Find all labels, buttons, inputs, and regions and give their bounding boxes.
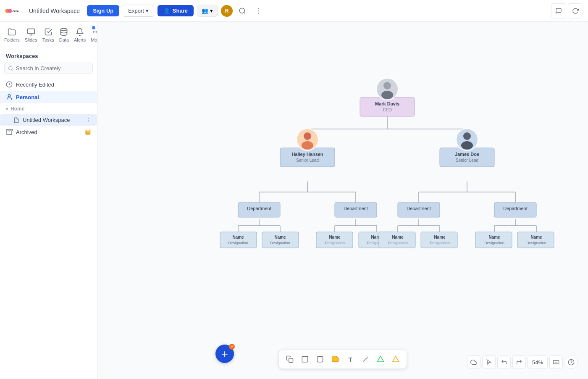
logo: creately (5, 7, 18, 15)
chevron-down-icon: ▾ (146, 8, 149, 14)
help-button[interactable] (564, 355, 578, 369)
svg-marker-106 (378, 356, 384, 362)
export-button[interactable]: Export ▾ (123, 5, 154, 17)
workspace-title[interactable]: Untitled Workspace (25, 5, 84, 16)
svg-rect-78 (220, 232, 257, 248)
plus-icon: + (221, 348, 228, 359)
section-home[interactable]: ▾ Home (0, 103, 97, 114)
add-button-wrapper: + ✦ (108, 353, 126, 371)
svg-rect-81 (262, 232, 299, 248)
keyboard-button[interactable] (549, 355, 563, 369)
svg-rect-108 (553, 361, 559, 364)
svg-rect-102 (289, 358, 293, 363)
cursor-button[interactable] (482, 355, 496, 369)
svg-text:Name: Name (392, 235, 404, 240)
search-box[interactable] (4, 63, 93, 74)
undo-icon (501, 359, 507, 366)
svg-text:Department: Department (344, 206, 368, 211)
svg-text:Designation: Designation (526, 241, 546, 245)
top-bar: creately Untitled Workspace Sign Up Expo… (0, 0, 588, 22)
svg-point-20 (88, 120, 89, 121)
chevron-down-icon: ▾ (210, 8, 213, 14)
help-icon (568, 359, 575, 366)
svg-line-105 (363, 357, 368, 362)
sidebar-item-folders[interactable]: Folders (2, 26, 22, 44)
logo-icon: creately (5, 7, 18, 15)
redo-button[interactable] (512, 355, 526, 369)
workspace-options-button[interactable] (85, 117, 91, 123)
sidebar-item-tasks[interactable]: Tasks (40, 26, 57, 44)
folder-icon (8, 28, 16, 36)
tool-shape-b[interactable] (389, 353, 402, 366)
sidebar-item-personal[interactable]: Personal (0, 91, 97, 103)
sidebar-item-archived[interactable]: Archived 👑 (0, 126, 97, 138)
tool-shape-a[interactable] (374, 353, 387, 366)
svg-point-68 (463, 132, 471, 140)
svg-point-1 (8, 9, 12, 13)
svg-point-6 (258, 10, 259, 11)
svg-text:Name: Name (434, 235, 446, 240)
tool-sticky[interactable] (328, 353, 342, 366)
signup-button[interactable]: Sign Up (87, 5, 119, 16)
canvas-area[interactable]: Mark Davis CEO Halley Hansen Senior Lead (97, 22, 588, 379)
chat-button[interactable] (551, 3, 566, 18)
file-icon (13, 117, 19, 123)
svg-rect-22 (6, 129, 13, 131)
svg-rect-99 (517, 232, 554, 248)
tool-copy[interactable] (283, 353, 297, 366)
section-label-text: Home (10, 106, 24, 112)
svg-text:Designation: Designation (484, 241, 504, 245)
svg-point-69 (461, 141, 473, 150)
sidebar-item-recently-edited[interactable]: Recently Edited (0, 78, 97, 91)
cloud-icon (470, 359, 477, 366)
svg-text:Name: Name (488, 235, 500, 240)
share-history-button[interactable] (568, 3, 583, 18)
svg-text:Designation: Designation (388, 241, 408, 245)
add-button[interactable]: + ✦ (215, 345, 234, 363)
workspace-item-label: Untitled Workspace (23, 117, 70, 123)
svg-point-7 (258, 13, 259, 13)
history-icon (572, 8, 579, 14)
cloud-button[interactable] (467, 355, 480, 369)
tool-line[interactable] (359, 353, 372, 366)
bottom-right-controls: 54% (467, 355, 578, 369)
search-button[interactable] (236, 5, 249, 17)
tool-shape[interactable] (313, 353, 327, 366)
archived-label: Archived (16, 129, 37, 135)
avatar[interactable]: R (221, 5, 233, 17)
svg-text:Senior Lead: Senior Lead (296, 158, 319, 163)
svg-point-14 (93, 32, 94, 32)
sidebar-item-data[interactable]: Data (57, 26, 71, 44)
workspaces-label: Workspaces (0, 47, 97, 63)
clock-icon (6, 81, 13, 88)
svg-rect-90 (379, 232, 415, 248)
sidebar: Folders Slides Tasks Data Alerts (0, 22, 97, 379)
data-icon (60, 28, 68, 36)
collab-button[interactable]: 👥 ▾ (197, 5, 218, 17)
sidebar-item-untitled-workspace[interactable]: Untitled Workspace (0, 114, 97, 126)
svg-point-18 (8, 95, 10, 97)
svg-point-15 (9, 66, 12, 70)
search-input[interactable] (16, 65, 89, 71)
sidebar-item-slides[interactable]: Slides (22, 26, 40, 44)
crown-icon: 👑 (84, 129, 91, 135)
tool-rectangle[interactable] (298, 353, 312, 366)
share-button[interactable]: 👤 Share (158, 5, 194, 16)
svg-point-19 (88, 118, 89, 119)
svg-text:Designation: Designation (325, 241, 345, 245)
svg-rect-93 (421, 232, 457, 248)
search-icon (239, 7, 246, 15)
zoom-level[interactable]: 54% (528, 355, 548, 369)
share-icon: 👤 (163, 8, 170, 14)
top-right-controls (551, 3, 583, 18)
undo-button[interactable] (497, 355, 511, 369)
sidebar-item-alerts[interactable]: Alerts (71, 26, 88, 44)
svg-text:Designation: Designation (430, 241, 450, 245)
svg-text:Name: Name (530, 235, 542, 240)
svg-text:Name: Name (232, 235, 244, 240)
svg-point-57 (381, 91, 393, 99)
app-container: creately Untitled Workspace Sign Up Expo… (0, 0, 588, 379)
tool-text[interactable]: T (344, 353, 357, 366)
svg-point-63 (302, 141, 313, 150)
more-options-button[interactable] (252, 5, 265, 17)
